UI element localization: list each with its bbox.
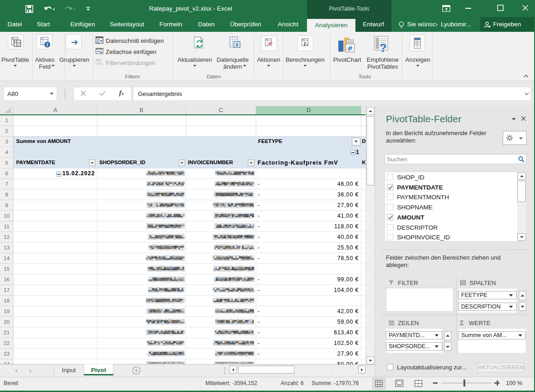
- svg-text:?: ?: [379, 41, 387, 53]
- svg-text:x: x: [306, 42, 308, 47]
